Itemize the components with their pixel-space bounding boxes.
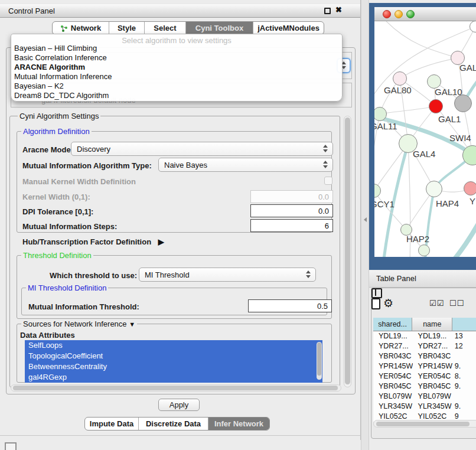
table-cell[interactable]: YER054C bbox=[413, 371, 453, 381]
dropdown-item[interactable]: Bayesian – K2 bbox=[11, 81, 342, 91]
table-cell[interactable]: 8. bbox=[453, 371, 476, 381]
corner-widget-icon[interactable] bbox=[5, 442, 17, 450]
tab-jactivemnodules[interactable]: jActiveMNodules bbox=[253, 22, 324, 34]
table-cell[interactable]: YDR27... bbox=[373, 341, 413, 351]
dropdown-item[interactable]: Bayesian – Hill Climbing bbox=[11, 44, 342, 53]
table-cell[interactable]: YBL079W bbox=[373, 392, 413, 402]
table-cell[interactable]: YBL079W bbox=[413, 392, 453, 402]
dropdown-item-selected[interactable]: ARACNE Algorithm bbox=[11, 63, 342, 72]
gear-icon[interactable]: ⚙ bbox=[383, 296, 393, 310]
network-node[interactable] bbox=[418, 244, 430, 256]
table-row[interactable]: YDR27...YDR27...12 bbox=[373, 341, 476, 351]
mi-threshold-field[interactable] bbox=[248, 299, 332, 312]
float-window-icon[interactable] bbox=[324, 8, 331, 14]
table-cell[interactable]: 13 bbox=[453, 331, 476, 341]
attribute-item-selected[interactable]: gal4RGexp bbox=[25, 372, 322, 383]
settings-vertical-scrollbar[interactable] bbox=[344, 116, 351, 387]
cyni-bottom-tabs: Impute Data Discretize Data Infer Networ… bbox=[84, 417, 270, 431]
kernel-width-field[interactable] bbox=[250, 190, 333, 203]
table-cell[interactable]: YDL19... bbox=[413, 331, 453, 341]
network-canvas[interactable]: GALGAL80GAL10GAL1GAL11SWI4GAL4GCY1HAP4YH… bbox=[374, 21, 476, 257]
collapse-down-icon[interactable]: ▼ bbox=[129, 321, 135, 328]
dropdown-item[interactable]: Dream8 DC_TDC Algorithm bbox=[11, 91, 342, 100]
attribute-item-selected[interactable]: TopologicalCoefficient bbox=[25, 351, 322, 361]
column-header[interactable] bbox=[452, 318, 476, 331]
which-threshold-value: MI Threshold bbox=[139, 270, 190, 279]
panel-divider[interactable] bbox=[361, 0, 369, 450]
table-horizontal-scrollbar[interactable] bbox=[373, 420, 476, 428]
network-node[interactable] bbox=[393, 71, 407, 86]
tab-label: Cyni Toolbox bbox=[195, 24, 243, 32]
control-panel-title: Control Panel bbox=[8, 6, 55, 15]
tab-network[interactable]: Network bbox=[53, 22, 109, 34]
aracne-mode-combo[interactable]: Discovery bbox=[71, 142, 333, 156]
table-cell[interactable] bbox=[453, 351, 476, 361]
table-cell[interactable]: YPR145W bbox=[373, 361, 413, 371]
table-cell[interactable]: YLR345W bbox=[373, 402, 413, 412]
tab-infer-network[interactable]: Infer Network bbox=[208, 418, 269, 430]
table-cell[interactable]: 9. bbox=[453, 381, 476, 392]
network-node-label: GAL80 bbox=[384, 85, 412, 95]
table-row[interactable]: YER054CYER054C8. bbox=[373, 371, 476, 381]
split-columns-icon[interactable] bbox=[371, 288, 382, 298]
settings-horizontal-scrollbar[interactable] bbox=[11, 384, 341, 392]
table-row[interactable]: YDL19...YDL19...13 bbox=[373, 331, 476, 341]
network-node[interactable] bbox=[429, 99, 443, 113]
network-node[interactable] bbox=[464, 181, 476, 195]
hub-section-label[interactable]: Hub/Transcription Factor Definition ▶ bbox=[22, 237, 164, 246]
table-cell[interactable]: 12 bbox=[453, 341, 476, 351]
manual-kernel-checkbox[interactable] bbox=[324, 177, 332, 185]
table-cell[interactable]: 9. bbox=[453, 402, 476, 412]
tab-impute-data[interactable]: Impute Data bbox=[85, 418, 138, 430]
deselect-all-checkboxes-icon[interactable]: ☐☐ bbox=[449, 299, 464, 308]
tab-style[interactable]: Style bbox=[109, 22, 144, 34]
attribute-item-selected[interactable]: SelfLoops bbox=[25, 340, 322, 351]
apply-button[interactable]: Apply bbox=[158, 399, 200, 411]
table-row[interactable]: YBL079WYBL079W bbox=[373, 392, 476, 402]
maximize-traffic-icon[interactable] bbox=[406, 10, 415, 18]
close-traffic-icon[interactable] bbox=[383, 10, 391, 18]
minimize-traffic-icon[interactable] bbox=[395, 10, 403, 18]
table-cell[interactable]: YDL19... bbox=[373, 331, 413, 341]
table-cell[interactable]: YPR145W bbox=[413, 361, 453, 371]
table-row[interactable]: YPR145WYPR145W9. bbox=[373, 361, 476, 371]
table-cell[interactable]: YBR045C bbox=[373, 381, 413, 392]
table-cell[interactable]: YDR27... bbox=[413, 341, 453, 351]
table-cell[interactable]: YBR043C bbox=[413, 351, 453, 361]
control-panel-titlebar[interactable]: Control Panel ✖ bbox=[0, 4, 361, 18]
table-cell[interactable]: YBR045C bbox=[413, 381, 453, 392]
column-header[interactable]: name bbox=[412, 318, 452, 331]
dropdown-item[interactable]: Mutual Information Inference bbox=[11, 72, 342, 81]
network-node[interactable] bbox=[454, 94, 472, 112]
tab-select[interactable]: Select bbox=[144, 22, 185, 34]
table-row[interactable]: YLR345WYLR345W9. bbox=[373, 402, 476, 412]
divider-collapse-icon[interactable] bbox=[364, 217, 367, 222]
which-threshold-combo[interactable]: MI Threshold bbox=[139, 268, 316, 282]
close-icon[interactable]: ✖ bbox=[335, 5, 342, 14]
mi-type-value: Naive Bayes bbox=[159, 161, 207, 169]
table-row[interactable]: YBR045CYBR045C9. bbox=[373, 381, 476, 392]
table-cell[interactable]: 9. bbox=[453, 361, 476, 371]
tab-label: Style bbox=[118, 24, 136, 32]
dropdown-item[interactable]: Basic Correlation Inference bbox=[11, 53, 342, 63]
expand-right-icon[interactable]: ▶ bbox=[158, 237, 164, 246]
column-header[interactable]: shared... bbox=[373, 318, 412, 331]
document-icon[interactable] bbox=[371, 298, 380, 309]
table-cell[interactable]: YLR345W bbox=[413, 402, 453, 412]
tab-discretize-data[interactable]: Discretize Data bbox=[138, 418, 208, 430]
network-window-titlebar[interactable] bbox=[374, 7, 476, 21]
mi-steps-field[interactable] bbox=[250, 219, 333, 232]
table-row[interactable]: YBR043CYBR043C bbox=[373, 351, 476, 361]
table-cell[interactable] bbox=[453, 392, 476, 402]
list-vertical-scrollbar[interactable] bbox=[317, 342, 322, 380]
table-cell[interactable]: YBR043C bbox=[373, 351, 413, 361]
sources-group-title[interactable]: Sources for Network Inference ▼ bbox=[21, 319, 137, 328]
table-cell[interactable]: YER054C bbox=[373, 371, 413, 381]
aracne-mode-label: Aracne Mode: bbox=[22, 145, 73, 154]
network-node[interactable] bbox=[426, 181, 442, 197]
dpi-tolerance-field[interactable] bbox=[250, 204, 333, 217]
mi-type-combo[interactable]: Naive Bayes bbox=[158, 158, 333, 172]
attribute-item-selected[interactable]: BetweennessCentrality bbox=[25, 361, 322, 372]
select-all-checkboxes-icon[interactable]: ☑☑ bbox=[429, 299, 444, 308]
tab-cyni-toolbox[interactable]: Cyni Toolbox bbox=[185, 22, 253, 34]
